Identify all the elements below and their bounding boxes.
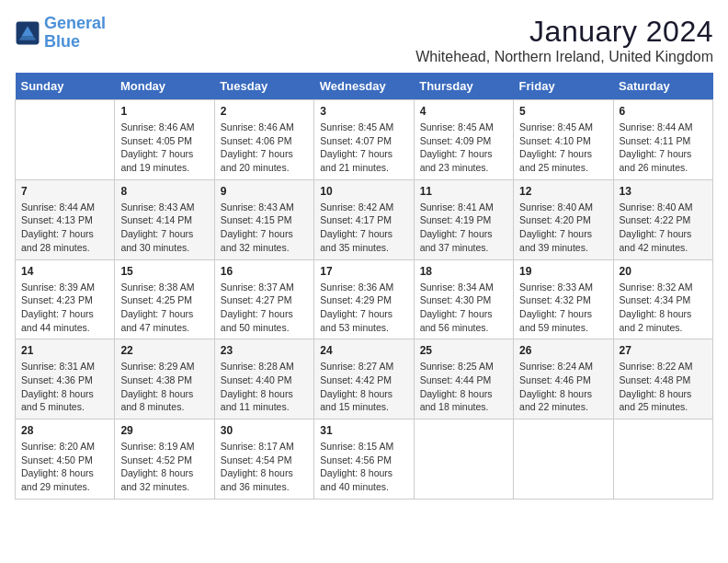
header-tuesday: Tuesday bbox=[214, 73, 313, 100]
day-number: 15 bbox=[120, 265, 208, 278]
day-number: 30 bbox=[221, 424, 308, 437]
cell-content: Sunrise: 8:42 AMSunset: 4:17 PMDaylight:… bbox=[320, 201, 407, 255]
cell-content: Sunrise: 8:34 AMSunset: 4:30 PMDaylight:… bbox=[420, 281, 507, 335]
calendar-cell: 24Sunrise: 8:27 AMSunset: 4:42 PMDayligh… bbox=[314, 339, 414, 419]
calendar-cell: 16Sunrise: 8:37 AMSunset: 4:27 PMDayligh… bbox=[214, 259, 313, 339]
cell-content: Sunrise: 8:43 AMSunset: 4:14 PMDaylight:… bbox=[120, 201, 208, 255]
cell-content: Sunrise: 8:40 AMSunset: 4:22 PMDaylight:… bbox=[620, 201, 707, 255]
cell-content: Sunrise: 8:46 AMSunset: 4:06 PMDaylight:… bbox=[221, 121, 308, 175]
calendar-cell: 22Sunrise: 8:29 AMSunset: 4:38 PMDayligh… bbox=[115, 339, 214, 419]
header-saturday: Saturday bbox=[613, 73, 712, 100]
cell-content: Sunrise: 8:28 AMSunset: 4:40 PMDaylight:… bbox=[221, 360, 308, 414]
week-row-3: 14Sunrise: 8:39 AMSunset: 4:23 PMDayligh… bbox=[16, 259, 713, 339]
cell-content: Sunrise: 8:17 AMSunset: 4:54 PMDaylight:… bbox=[221, 440, 308, 494]
day-number: 25 bbox=[420, 344, 507, 357]
calendar-cell: 18Sunrise: 8:34 AMSunset: 4:30 PMDayligh… bbox=[414, 259, 513, 339]
calendar-cell bbox=[414, 419, 513, 500]
day-number: 8 bbox=[120, 185, 208, 198]
cell-content: Sunrise: 8:20 AMSunset: 4:50 PMDaylight:… bbox=[21, 440, 108, 494]
calendar-cell: 10Sunrise: 8:42 AMSunset: 4:17 PMDayligh… bbox=[314, 179, 414, 259]
week-row-4: 21Sunrise: 8:31 AMSunset: 4:36 PMDayligh… bbox=[16, 339, 713, 419]
calendar-cell: 27Sunrise: 8:22 AMSunset: 4:48 PMDayligh… bbox=[613, 339, 712, 419]
calendar-cell: 9Sunrise: 8:43 AMSunset: 4:15 PMDaylight… bbox=[214, 179, 313, 259]
cell-content: Sunrise: 8:45 AMSunset: 4:09 PMDaylight:… bbox=[420, 121, 507, 175]
day-number: 31 bbox=[320, 424, 407, 437]
day-number: 10 bbox=[320, 185, 407, 198]
day-number: 18 bbox=[420, 265, 507, 278]
day-number: 7 bbox=[21, 185, 108, 198]
day-number: 27 bbox=[620, 344, 707, 357]
calendar-cell: 13Sunrise: 8:40 AMSunset: 4:22 PMDayligh… bbox=[613, 179, 712, 259]
day-number: 1 bbox=[120, 105, 208, 118]
cell-content: Sunrise: 8:24 AMSunset: 4:46 PMDaylight:… bbox=[519, 360, 607, 414]
cell-content: Sunrise: 8:33 AMSunset: 4:32 PMDaylight:… bbox=[519, 281, 607, 335]
day-number: 21 bbox=[21, 344, 108, 357]
calendar-cell: 7Sunrise: 8:44 AMSunset: 4:13 PMDaylight… bbox=[16, 179, 115, 259]
week-row-1: 1Sunrise: 8:46 AMSunset: 4:05 PMDaylight… bbox=[16, 100, 713, 180]
cell-content: Sunrise: 8:41 AMSunset: 4:19 PMDaylight:… bbox=[420, 201, 507, 255]
cell-content: Sunrise: 8:15 AMSunset: 4:56 PMDaylight:… bbox=[320, 440, 407, 494]
cell-content: Sunrise: 8:44 AMSunset: 4:11 PMDaylight:… bbox=[620, 121, 707, 175]
logo: General Blue bbox=[15, 15, 106, 52]
day-number: 14 bbox=[21, 265, 108, 278]
cell-content: Sunrise: 8:46 AMSunset: 4:05 PMDaylight:… bbox=[120, 121, 208, 175]
page-header: General Blue January 2024 Whitehead, Nor… bbox=[15, 15, 713, 65]
calendar-cell: 29Sunrise: 8:19 AMSunset: 4:52 PMDayligh… bbox=[115, 419, 214, 500]
calendar-cell: 21Sunrise: 8:31 AMSunset: 4:36 PMDayligh… bbox=[16, 339, 115, 419]
cell-content: Sunrise: 8:27 AMSunset: 4:42 PMDaylight:… bbox=[320, 360, 407, 414]
day-number: 13 bbox=[620, 185, 707, 198]
calendar-cell: 20Sunrise: 8:32 AMSunset: 4:34 PMDayligh… bbox=[613, 259, 712, 339]
day-number: 2 bbox=[221, 105, 308, 118]
day-number: 19 bbox=[519, 265, 607, 278]
cell-content: Sunrise: 8:43 AMSunset: 4:15 PMDaylight:… bbox=[221, 201, 308, 255]
calendar-cell: 19Sunrise: 8:33 AMSunset: 4:32 PMDayligh… bbox=[514, 259, 613, 339]
calendar-cell: 6Sunrise: 8:44 AMSunset: 4:11 PMDaylight… bbox=[613, 100, 712, 180]
header-sunday: Sunday bbox=[16, 73, 115, 100]
day-number: 28 bbox=[21, 424, 108, 437]
day-number: 24 bbox=[320, 344, 407, 357]
header-thursday: Thursday bbox=[414, 73, 513, 100]
calendar-cell: 3Sunrise: 8:45 AMSunset: 4:07 PMDaylight… bbox=[314, 100, 414, 180]
cell-content: Sunrise: 8:22 AMSunset: 4:48 PMDaylight:… bbox=[620, 360, 707, 414]
calendar-cell: 2Sunrise: 8:46 AMSunset: 4:06 PMDaylight… bbox=[214, 100, 313, 180]
day-number: 20 bbox=[620, 265, 707, 278]
calendar-cell: 17Sunrise: 8:36 AMSunset: 4:29 PMDayligh… bbox=[314, 259, 414, 339]
calendar-cell: 31Sunrise: 8:15 AMSunset: 4:56 PMDayligh… bbox=[314, 419, 414, 500]
calendar-cell: 12Sunrise: 8:40 AMSunset: 4:20 PMDayligh… bbox=[514, 179, 613, 259]
month-title: January 2024 bbox=[415, 15, 713, 49]
calendar-cell bbox=[613, 419, 712, 500]
day-number: 9 bbox=[221, 185, 308, 198]
day-number: 6 bbox=[620, 105, 707, 118]
calendar-cell: 4Sunrise: 8:45 AMSunset: 4:09 PMDaylight… bbox=[414, 100, 513, 180]
day-number: 17 bbox=[320, 265, 407, 278]
header-row: SundayMondayTuesdayWednesdayThursdayFrid… bbox=[16, 73, 713, 100]
day-number: 22 bbox=[120, 344, 208, 357]
header-wednesday: Wednesday bbox=[314, 73, 414, 100]
cell-content: Sunrise: 8:40 AMSunset: 4:20 PMDaylight:… bbox=[519, 201, 607, 255]
day-number: 3 bbox=[320, 105, 407, 118]
calendar-cell bbox=[16, 100, 115, 180]
calendar-cell bbox=[514, 419, 613, 500]
day-number: 26 bbox=[519, 344, 607, 357]
day-number: 4 bbox=[420, 105, 507, 118]
logo-icon bbox=[15, 20, 40, 46]
calendar-cell: 26Sunrise: 8:24 AMSunset: 4:46 PMDayligh… bbox=[514, 339, 613, 419]
cell-content: Sunrise: 8:45 AMSunset: 4:10 PMDaylight:… bbox=[519, 121, 607, 175]
logo-general: General bbox=[44, 14, 106, 32]
calendar-cell: 23Sunrise: 8:28 AMSunset: 4:40 PMDayligh… bbox=[214, 339, 313, 419]
logo-blue: Blue bbox=[44, 32, 80, 51]
calendar-cell: 30Sunrise: 8:17 AMSunset: 4:54 PMDayligh… bbox=[214, 419, 313, 500]
calendar-cell: 28Sunrise: 8:20 AMSunset: 4:50 PMDayligh… bbox=[16, 419, 115, 500]
calendar-cell: 11Sunrise: 8:41 AMSunset: 4:19 PMDayligh… bbox=[414, 179, 513, 259]
cell-content: Sunrise: 8:45 AMSunset: 4:07 PMDaylight:… bbox=[320, 121, 407, 175]
day-number: 16 bbox=[221, 265, 308, 278]
calendar-cell: 8Sunrise: 8:43 AMSunset: 4:14 PMDaylight… bbox=[115, 179, 214, 259]
cell-content: Sunrise: 8:38 AMSunset: 4:25 PMDaylight:… bbox=[120, 281, 208, 335]
day-number: 29 bbox=[120, 424, 208, 437]
cell-content: Sunrise: 8:37 AMSunset: 4:27 PMDaylight:… bbox=[221, 281, 308, 335]
cell-content: Sunrise: 8:32 AMSunset: 4:34 PMDaylight:… bbox=[620, 281, 707, 335]
calendar-cell: 15Sunrise: 8:38 AMSunset: 4:25 PMDayligh… bbox=[115, 259, 214, 339]
cell-content: Sunrise: 8:19 AMSunset: 4:52 PMDaylight:… bbox=[120, 440, 208, 494]
day-number: 12 bbox=[519, 185, 607, 198]
week-row-2: 7Sunrise: 8:44 AMSunset: 4:13 PMDaylight… bbox=[16, 179, 713, 259]
